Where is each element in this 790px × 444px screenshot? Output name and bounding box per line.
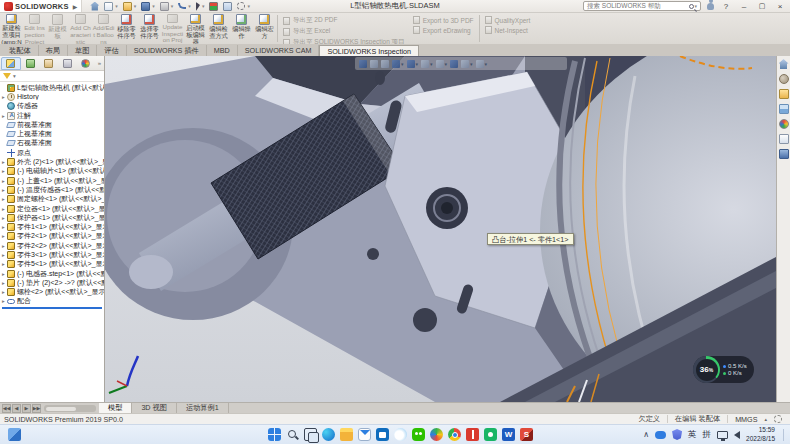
new-document-icon[interactable] [104, 2, 113, 11]
export-menu-item[interactable]: 导出至 Excel [283, 27, 405, 36]
minimize-button[interactable]: – [738, 2, 750, 11]
expand-arrow-icon[interactable]: ▸ [0, 280, 7, 286]
tab-dimxpert-manager[interactable] [59, 57, 77, 70]
file-explorer-pane-icon[interactable] [779, 89, 789, 99]
menu-expand-arrow-icon[interactable]: ▶ [73, 3, 78, 10]
units-selector[interactable]: MMGS [735, 415, 757, 424]
select-arrow-icon[interactable] [196, 2, 200, 11]
print-caret-icon[interactable]: ▾ [171, 3, 174, 9]
tree-item[interactable]: ▸ 零件2<1> (默认<<默认>_显示状 [0, 232, 104, 241]
filter-caret-icon[interactable]: ▾ [13, 73, 16, 79]
ribbon-button[interactable]: Update Inspection Project [161, 13, 184, 44]
tree-item[interactable]: ▸ (-) 上盖<1> (默认<<默认>_显示状 [0, 176, 104, 185]
ribbon-tab[interactable]: 评估 [97, 45, 126, 56]
ribbon-button[interactable]: Add Characteristic [69, 13, 92, 44]
security-shield-icon[interactable] [672, 429, 682, 440]
export-menu-item[interactable]: 导出至 2D PDF [283, 16, 405, 25]
tree-item[interactable]: 原点 [0, 148, 104, 157]
volume-icon[interactable] [734, 431, 740, 439]
expand-arrow-icon[interactable]: ▸ [0, 159, 7, 165]
taskbar-app-icon[interactable] [376, 428, 389, 441]
search-input[interactable]: 搜索 SOLIDWORKS 帮助 ▾ [583, 1, 701, 11]
ribbon-tab[interactable]: 装配体 [2, 45, 39, 56]
tree-item[interactable]: ▸ 配合 [0, 297, 104, 306]
ribbon-button[interactable]: 编辑检查方式 [207, 13, 230, 44]
taskbar-app-icon[interactable]: S [520, 428, 533, 441]
tree-item[interactable]: ▸ 零件5<1> (默认<<默认>_显示状 [0, 260, 104, 269]
tree-item[interactable]: 右视基准面 [0, 139, 104, 148]
taskbar-app-icon[interactable] [340, 428, 353, 441]
tree-item[interactable]: ▸ 外壳 (2)<1> (默认<<默认>_显示状 [0, 157, 104, 166]
tab-scroll-first-icon[interactable]: ◀◀ [2, 404, 11, 413]
expand-arrow-icon[interactable]: ▸ [0, 178, 7, 184]
tab-scrollbar[interactable] [44, 405, 96, 412]
onedrive-icon[interactable] [655, 431, 666, 439]
view-settings-icon[interactable] [476, 60, 484, 68]
open-caret-icon[interactable]: ▾ [134, 3, 137, 9]
document-tab[interactable]: 模型 [99, 403, 132, 413]
taskbar-app-icon[interactable] [484, 428, 497, 441]
hide-show-items-icon[interactable] [436, 60, 444, 68]
solidworks-resources-icon[interactable] [779, 59, 789, 69]
expand-arrow-icon[interactable]: ▸ [0, 233, 7, 239]
expand-arrow-icon[interactable]: ▸ [0, 215, 7, 221]
solidworks-menu-button[interactable]: SOLIDWORKS ▶ [0, 0, 82, 12]
export-menu-item[interactable]: QualityXpert [485, 16, 531, 24]
export-menu-item[interactable]: Export to 3D PDF [413, 16, 474, 24]
display-style-icon[interactable] [421, 60, 429, 68]
solidworks-forum-icon[interactable] [779, 149, 789, 159]
taskbar-clock[interactable]: 15:59 2022/8/15 [746, 426, 775, 443]
hide-show-caret-icon[interactable]: ▾ [445, 61, 448, 67]
tree-item[interactable]: ▸ 固定螺栓<1> (默认<<默认>_显示 [0, 195, 104, 204]
tree-item[interactable]: ▸ (-) 温度传感器<1> (默认<<默认>_ [0, 185, 104, 194]
status-options-gear-icon[interactable] [774, 415, 782, 423]
expand-arrow-icon[interactable]: ▸ [0, 168, 7, 174]
ribbon-button[interactable]: 编辑宏方 [253, 13, 276, 44]
file-properties-icon[interactable] [223, 2, 232, 11]
expand-arrow-icon[interactable]: ▸ [0, 261, 7, 267]
tray-expand-icon[interactable]: ∧ [643, 430, 649, 439]
appearances-scenes-icon[interactable] [779, 119, 789, 129]
tab-scroll-prev-icon[interactable]: ◀ [12, 404, 21, 413]
help-button[interactable]: ? [720, 2, 732, 11]
tab-property-manager[interactable] [22, 57, 40, 70]
ribbon-button[interactable]: Edit Inspection Project [23, 13, 46, 44]
section-view-icon[interactable] [392, 60, 400, 68]
tab-feature-manager[interactable] [1, 57, 21, 70]
filter-funnel-icon[interactable] [3, 73, 11, 79]
ribbon-button[interactable]: 选择零件序号 [138, 13, 161, 44]
expand-arrow-icon[interactable]: ▸ [0, 243, 7, 249]
taskbar-app-icon[interactable] [268, 428, 281, 441]
tree-item[interactable]: ▸ 螺栓<2> (默认<<默认>_显示状态 [0, 288, 104, 297]
view-orientation-icon[interactable] [407, 60, 415, 68]
ribbon-tab[interactable]: MBD [207, 45, 238, 56]
expand-arrow-icon[interactable]: ▸ [0, 206, 7, 212]
options-caret-icon[interactable]: ▾ [247, 3, 250, 9]
scene-caret-icon[interactable]: ▾ [470, 61, 473, 67]
undo-icon[interactable] [178, 3, 186, 9]
ribbon-button[interactable]: 新建模板 [46, 13, 69, 44]
ribbon-button[interactable]: 移除零件序号 [115, 13, 138, 44]
undo-caret-icon[interactable]: ▾ [188, 3, 191, 9]
display-cast-icon[interactable] [717, 431, 728, 439]
export-menu-item[interactable]: Export eDrawing [413, 26, 474, 34]
save-icon[interactable] [141, 2, 150, 11]
options-gear-icon[interactable] [237, 2, 245, 10]
expand-arrow-icon[interactable]: ▸ [0, 94, 7, 100]
taskbar-app-icon[interactable] [322, 428, 335, 441]
ribbon-tab[interactable]: 草图 [68, 45, 97, 56]
taskbar-app-icon[interactable] [358, 428, 371, 441]
orientation-caret-icon[interactable]: ▾ [416, 61, 419, 67]
select-caret-icon[interactable]: ▾ [202, 3, 205, 9]
display-style-caret-icon[interactable]: ▾ [430, 61, 433, 67]
expand-arrow-icon[interactable]: ▸ [0, 113, 7, 119]
search-caret-icon[interactable]: ▾ [694, 3, 697, 9]
document-tab[interactable]: 运动算例1 [177, 403, 229, 413]
tree-item[interactable]: ▸ History [0, 92, 104, 101]
tree-item[interactable]: 传感器 [0, 102, 104, 111]
export-menu-item[interactable]: Net-Inspect [485, 26, 531, 34]
taskbar-app-icon[interactable] [466, 428, 479, 441]
ribbon-tab[interactable]: 布局 [39, 45, 68, 56]
zoom-area-icon[interactable] [370, 60, 378, 68]
taskbar-app-icon[interactable] [448, 428, 461, 441]
